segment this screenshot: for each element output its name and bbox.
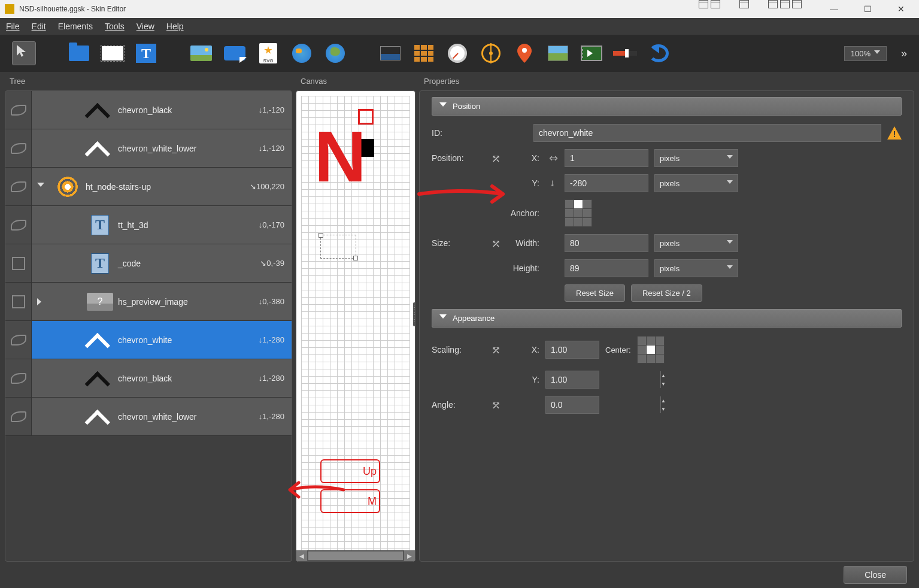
- link-icon[interactable]: [492, 152, 504, 164]
- menu-elements[interactable]: Elements: [58, 22, 93, 31]
- titlebar-tool-icon[interactable]: [711, 0, 720, 8]
- reset-size-half-button[interactable]: Reset Size / 2: [631, 284, 702, 302]
- window-minimize-button[interactable]: —: [821, 0, 847, 18]
- section-header-position[interactable]: Position: [432, 97, 902, 116]
- titlebar-tool-icon[interactable]: [699, 0, 708, 8]
- tree-row[interactable]: chevron_white_lower↓1,-120: [5, 129, 292, 168]
- width-spinner[interactable]: ▲▼: [565, 234, 648, 252]
- canvas-element-n[interactable]: N: [314, 115, 362, 198]
- swap-x-icon[interactable]: ⇔: [545, 151, 559, 165]
- tool-svg-button[interactable]: SVG: [256, 41, 280, 65]
- size-label: Size:: [432, 238, 486, 248]
- menu-file[interactable]: File: [6, 22, 20, 31]
- x-unit-select[interactable]: pixels: [654, 149, 738, 167]
- tree-item-label: ht_node-stairs-up: [86, 182, 244, 192]
- visibility-toggle[interactable]: [5, 206, 32, 244]
- titlebar-tool-icon[interactable]: [739, 0, 749, 8]
- tool-rectangle-button[interactable]: [101, 41, 125, 65]
- tool-map-button[interactable]: [546, 41, 570, 65]
- tool-globe2-button[interactable]: [323, 41, 347, 65]
- canvas-element-box[interactable]: M: [320, 489, 380, 513]
- tree-row[interactable]: hs_preview_image↓0,-380: [5, 283, 292, 321]
- scale-y-spinner[interactable]: ▲▼: [545, 371, 599, 389]
- anchor-grid[interactable]: [565, 199, 592, 227]
- window-titlebar: NSD-silhouette.ggsk - Skin Editor — ☐ ✕: [0, 0, 919, 18]
- tree-item-label: _code: [118, 259, 244, 268]
- menu-edit[interactable]: Edit: [32, 22, 46, 31]
- y-spinner[interactable]: ▲▼: [565, 174, 648, 192]
- panel-resize-handle[interactable]: [413, 302, 415, 326]
- collapse-icon: [439, 314, 447, 322]
- window-close-button[interactable]: ✕: [888, 0, 914, 18]
- tool-grid-button[interactable]: [378, 41, 402, 65]
- canvas-horizontal-scrollbar[interactable]: ◀▶: [296, 550, 415, 561]
- menu-help[interactable]: Help: [166, 22, 184, 31]
- tree-item-label: tt_ht_3d: [118, 220, 244, 230]
- text-icon: T: [86, 251, 114, 275]
- canvas-area[interactable]: N Up M ◀▶: [296, 90, 415, 562]
- tree-row[interactable]: Ttt_ht_3d↓0,-170: [5, 206, 292, 244]
- width-label: Width:: [509, 238, 539, 248]
- tool-image-button[interactable]: [189, 41, 213, 65]
- tool-text-button[interactable]: T: [134, 41, 158, 65]
- visibility-toggle[interactable]: [5, 398, 32, 435]
- visibility-toggle[interactable]: [5, 129, 32, 167]
- link-icon[interactable]: [492, 237, 504, 249]
- window-maximize-button[interactable]: ☐: [854, 0, 881, 18]
- canvas-selection-handles[interactable]: [320, 235, 356, 259]
- link-icon[interactable]: [492, 344, 504, 356]
- expand-toggle[interactable]: [32, 183, 50, 190]
- center-grid[interactable]: [637, 336, 665, 363]
- toolbar-overflow-button[interactable]: »: [901, 47, 907, 60]
- tool-target-button[interactable]: [479, 41, 503, 65]
- expand-toggle[interactable]: [32, 298, 50, 305]
- reset-size-button[interactable]: Reset Size: [565, 284, 625, 302]
- zoom-dropdown[interactable]: 100%: [844, 46, 887, 61]
- tool-slider-button[interactable]: [613, 41, 637, 65]
- scale-x-spinner[interactable]: ▲▼: [545, 341, 599, 359]
- height-unit-select[interactable]: pixels: [654, 259, 738, 277]
- visibility-toggle[interactable]: [5, 359, 32, 397]
- visibility-toggle[interactable]: [5, 244, 32, 282]
- height-spinner[interactable]: ▲▼: [565, 259, 648, 277]
- titlebar-tool-icon[interactable]: [768, 0, 778, 8]
- id-input[interactable]: [533, 124, 881, 142]
- tool-video-button[interactable]: [580, 41, 603, 65]
- link-icon[interactable]: [492, 399, 504, 411]
- window-title: NSD-silhouette.ggsk - Skin Editor: [19, 5, 699, 13]
- canvas-element-box[interactable]: Up: [320, 459, 380, 483]
- section-header-appearance[interactable]: Appearance: [432, 309, 902, 328]
- visibility-toggle[interactable]: [5, 283, 32, 320]
- visibility-toggle[interactable]: [5, 91, 32, 129]
- properties-panel-label: Properties: [419, 74, 914, 90]
- tool-gauge-button[interactable]: [445, 41, 469, 65]
- tree-row[interactable]: chevron_white_lower↓1,-280: [5, 398, 292, 436]
- tool-pin-button[interactable]: [512, 41, 536, 65]
- tree-view[interactable]: chevron_black↓1,-120chevron_white_lower↓…: [5, 91, 292, 561]
- chev-white-icon: [86, 328, 114, 352]
- angle-spinner[interactable]: ▲▼: [545, 396, 599, 414]
- visibility-toggle[interactable]: [5, 321, 32, 359]
- width-unit-select[interactable]: pixels: [654, 234, 738, 252]
- tree-row[interactable]: chevron_white↓1,-280: [5, 321, 292, 359]
- menu-tools[interactable]: Tools: [105, 22, 125, 31]
- visibility-toggle[interactable]: [5, 168, 32, 205]
- tree-row[interactable]: chevron_black↓1,-120: [5, 91, 292, 129]
- tool-container-button[interactable]: [67, 41, 91, 65]
- swap-y-icon[interactable]: ⤓: [545, 177, 559, 190]
- tool-tiles-button[interactable]: [412, 41, 436, 65]
- titlebar-tool-icon[interactable]: [792, 0, 802, 8]
- tree-item-label: chevron_white_lower: [118, 412, 244, 422]
- tool-hotspot-button[interactable]: [223, 41, 247, 65]
- tool-select-button[interactable]: [12, 41, 36, 65]
- tree-row[interactable]: T_code↘0,-39: [5, 244, 292, 283]
- tool-undo-button[interactable]: [647, 41, 671, 65]
- titlebar-tool-icon[interactable]: [780, 0, 790, 8]
- menu-view[interactable]: View: [137, 22, 154, 31]
- x-spinner[interactable]: ▲▼: [565, 149, 648, 167]
- y-unit-select[interactable]: pixels: [654, 174, 738, 192]
- tree-row[interactable]: chevron_black↓1,-280: [5, 359, 292, 398]
- tree-row[interactable]: ht_node-stairs-up↘100,220: [5, 168, 292, 206]
- tree-item-coords: ↘100,220: [244, 182, 292, 191]
- tool-globe1-button[interactable]: [290, 41, 314, 65]
